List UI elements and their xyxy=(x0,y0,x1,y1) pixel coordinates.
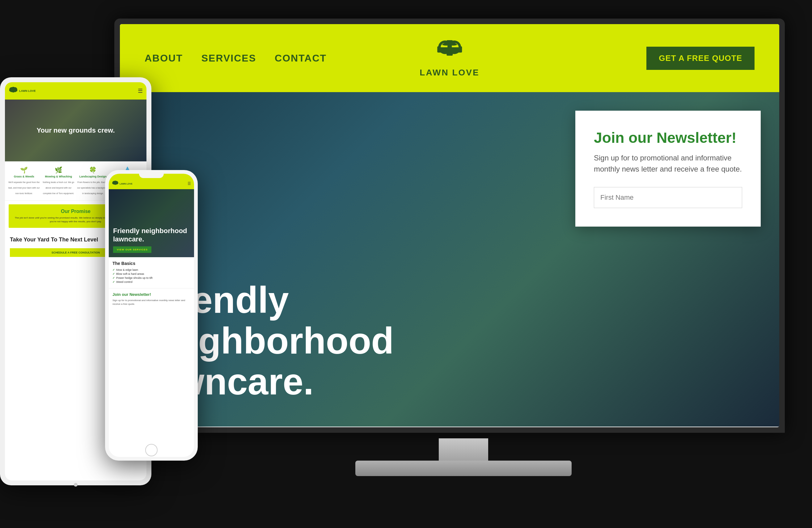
svg-point-11 xyxy=(12,87,17,92)
check-icon-3: ✓ xyxy=(113,276,115,280)
phone-menu-icon[interactable]: ☰ xyxy=(188,182,191,186)
phone: LAWN LOVE ☰ Friendly neighborhood lawnca… xyxy=(105,170,198,461)
tablet-service-desc-2: Nothing beats a fresh cut. We go above a… xyxy=(43,181,74,195)
phone-hero: Friendly neighborhood lawncare. VIEW OUR… xyxy=(109,189,194,257)
tablet-header: LAWN LOVE ☰ xyxy=(5,82,146,100)
nav-services[interactable]: SERVICES xyxy=(201,53,256,64)
phone-section-title: The Basics xyxy=(113,261,190,266)
tablet-menu-icon[interactable]: ☰ xyxy=(138,87,143,94)
check-icon-4: ✓ xyxy=(113,281,115,284)
monitor-logo: LAWN LOVE xyxy=(420,39,479,77)
tablet-camera xyxy=(74,483,77,487)
tablet-grass-icon: 🌱 xyxy=(8,166,41,174)
phone-logo: LAWN LOVE xyxy=(112,180,133,187)
tablet-service-desc-3: From flowers to fire pits. Each of our s… xyxy=(77,181,109,195)
phone-list-item-4: ✓ Weed control xyxy=(113,281,190,284)
newsletter-first-name-input[interactable] xyxy=(594,187,742,208)
svg-rect-7 xyxy=(439,47,460,52)
check-icon-1: ✓ xyxy=(113,268,115,271)
monitor-hero: Friendly neighborhood lawncare. Join our… xyxy=(120,92,779,427)
phone-list-item-2: ✓ Blow soft & hard areas xyxy=(113,272,190,275)
monitor-neck xyxy=(439,438,488,463)
logo-icon xyxy=(436,39,463,67)
phone-list-item-1: ✓ Mow & edge lawn xyxy=(113,268,190,271)
check-icon-2: ✓ xyxy=(113,272,115,275)
tablet-logo-text: LAWN LOVE xyxy=(19,89,36,92)
tablet-hero: Your new grounds crew. xyxy=(5,100,146,161)
nav-about[interactable]: ABOUT xyxy=(145,53,183,64)
tablet-service-title-2: Mowing & Whacking xyxy=(42,175,75,178)
logo-text: LAWN LOVE xyxy=(420,68,479,77)
tablet-logo-icon xyxy=(9,86,18,96)
monitor-newsletter: Join our Newsletter! Sign up for to prom… xyxy=(575,111,761,227)
monitor-header: ABOUT SERVICES CONTACT xyxy=(120,24,779,92)
phone-newsletter-text: Sign up for to promotional and informati… xyxy=(113,299,190,306)
monitor-screen: ABOUT SERVICES CONTACT xyxy=(120,24,779,427)
phone-notch xyxy=(139,174,164,178)
desktop-monitor: ABOUT SERVICES CONTACT xyxy=(114,18,812,476)
phone-home-button[interactable] xyxy=(145,444,158,456)
tablet-landscape-icon: 🍀 xyxy=(76,166,110,174)
tablet-logo: LAWN LOVE xyxy=(9,86,36,96)
tablet-bottom-cta-label: SCHEDULE A FREE CONSULTATION xyxy=(52,251,100,254)
tablet-service-title-1: Grass & Weeds xyxy=(8,175,41,178)
tablet-service-3: 🍀 Landscaping Design From flowers to fir… xyxy=(76,166,110,195)
tablet-hero-text: Your new grounds crew. xyxy=(30,126,121,134)
tablet-service-1: 🌱 Grass & Weeds We'll separate the good … xyxy=(8,166,41,195)
nav-contact[interactable]: CONTACT xyxy=(275,53,327,64)
phone-newsletter: Join our Newsletter! Sign up for to prom… xyxy=(109,288,194,310)
scene: ABOUT SERVICES CONTACT xyxy=(0,0,812,528)
svg-point-15 xyxy=(115,181,118,185)
phone-hero-cta-button[interactable]: VIEW OUR SERVICES xyxy=(113,246,151,253)
tablet-mow-icon: 🌿 xyxy=(42,166,75,174)
monitor-base xyxy=(355,461,571,476)
newsletter-title: Join our Newsletter! xyxy=(594,129,742,146)
phone-screen: LAWN LOVE ☰ Friendly neighborhood lawnca… xyxy=(109,174,194,457)
tablet-service-desc-1: We'll separate the good from the bad, an… xyxy=(8,181,40,195)
phone-hero-text: Friendly neighborhood lawncare. xyxy=(113,227,190,243)
phone-list-item-3: ✓ Power hedge shrubs up to 6ft xyxy=(113,276,190,280)
newsletter-description: Sign up for to promotional and informati… xyxy=(594,153,742,175)
phone-logo-icon xyxy=(112,180,119,187)
monitor-nav: ABOUT SERVICES CONTACT xyxy=(145,53,327,64)
phone-services-section: The Basics ✓ Mow & edge lawn ✓ Blow soft… xyxy=(109,257,194,288)
phone-newsletter-title: Join our Newsletter! xyxy=(113,292,190,297)
tablet-service-2: 🌿 Mowing & Whacking Nothing beats a fres… xyxy=(42,166,75,195)
quote-button[interactable]: GET A FREE QUOTE xyxy=(647,47,755,70)
monitor-screen-outer: ABOUT SERVICES CONTACT xyxy=(114,18,785,433)
phone-logo-text: LAWN LOVE xyxy=(119,183,133,185)
tablet-service-title-3: Landscaping Design xyxy=(76,175,110,178)
